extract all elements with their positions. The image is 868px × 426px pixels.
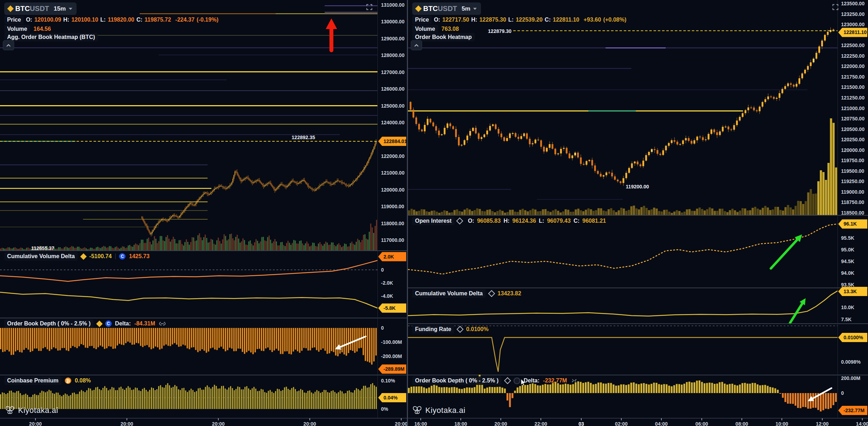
svg-text:0: 0 — [381, 325, 384, 331]
collapse-button[interactable] — [3, 40, 14, 50]
annotation-arrow — [771, 240, 797, 268]
cvd-value: 13423.82 — [498, 290, 521, 297]
svg-text:121000.00: 121000.00 — [841, 106, 864, 111]
collapse-button[interactable] — [411, 40, 422, 50]
svg-text:122000.00: 122000.00 — [381, 153, 404, 159]
open-label: O: — [468, 218, 474, 224]
exchange-coin-icon — [514, 377, 520, 384]
svg-text:7.5K: 7.5K — [841, 317, 852, 322]
oi-close-value: 96081.21 — [582, 218, 606, 224]
cvd-coinbase-value: 1425.73 — [129, 253, 150, 260]
svg-text:95.0K: 95.0K — [841, 247, 854, 252]
bitcoin-icon: ₿ — [65, 377, 71, 384]
symbol-base: BTC — [423, 5, 438, 12]
svg-text:119250.00: 119250.00 — [841, 178, 864, 184]
binance-icon — [457, 326, 464, 333]
heatmap-legend-title: Agg. Order Book Heatmap (BTC) — [4, 33, 98, 41]
right-chart-canvas[interactable]: 123500.00123250.00123000.00122500.001222… — [408, 0, 868, 426]
delta-label: Delta: — [115, 320, 131, 327]
fullscreen-icon — [366, 4, 373, 11]
chevron-down-icon — [68, 7, 73, 10]
symbol-selector[interactable]: BTCUSDT 15m — [4, 2, 77, 15]
volume-legend-title: Volume — [4, 25, 30, 33]
broken-link-icon[interactable] — [571, 378, 578, 384]
svg-text:22:00: 22:00 — [534, 421, 547, 426]
fullscreen-button[interactable] — [831, 3, 840, 11]
svg-text:12:00: 12:00 — [816, 421, 829, 426]
svg-text:123250.00: 123250.00 — [841, 11, 864, 17]
cvd-header: Cumulative Volume Delta 13423.82 — [412, 289, 521, 298]
right-chart-panel: 123500.00123250.00123000.00122500.001222… — [408, 0, 868, 426]
chevron-up-icon — [414, 44, 419, 47]
svg-text:128000.00: 128000.00 — [381, 52, 404, 58]
svg-text:122500.00: 122500.00 — [841, 42, 864, 48]
svg-text:130000.00: 130000.00 — [381, 19, 404, 24]
close-label: C: — [136, 17, 142, 23]
link-icon[interactable] — [159, 321, 166, 326]
binance-icon — [504, 377, 511, 384]
symbol-selector[interactable]: BTCUSDT 5m — [412, 2, 481, 15]
svg-text:119500.00: 119500.00 — [841, 168, 864, 174]
chevron-down-icon — [473, 7, 477, 10]
close-label: C: — [545, 17, 551, 23]
inplot-price-label: 122879.30 — [488, 28, 511, 34]
svg-text:121750.00: 121750.00 — [841, 74, 864, 80]
left-chart-canvas[interactable]: 131000.00130000.00129000.00128000.001270… — [0, 0, 407, 426]
premium-title: Coinbase Premium — [4, 376, 61, 385]
svg-text:123000.00: 123000.00 — [841, 22, 864, 27]
cvd-pane: 0-2.0K-4.0K2.0K-5.8K — [0, 252, 407, 318]
kiyotaka-logo: Kiyotaka.ai — [412, 406, 465, 415]
oi-open-value: 96085.83 — [477, 218, 501, 224]
premium-header: Coinbase Premium ₿ 0.08% — [4, 376, 91, 385]
inplot-price-label: 122892.35 — [292, 135, 315, 140]
funding-header: Funding Rate 0.0100% — [412, 325, 488, 334]
svg-text:14:00: 14:00 — [856, 421, 868, 426]
logo-text: Kiyotaka.ai — [425, 406, 465, 415]
left-chart-panel: 131000.00130000.00129000.00128000.001270… — [0, 0, 407, 426]
oi-pane: 95.5K95.0K94.5K94.0K93.5K96.1K — [408, 219, 868, 288]
coinbase-icon: C — [105, 320, 112, 327]
low-label: L: — [539, 218, 544, 224]
svg-text:20:00: 20:00 — [494, 421, 507, 426]
svg-text:118000.00: 118000.00 — [381, 221, 404, 226]
separator — [115, 254, 116, 259]
inplot-price-label: 112655.37 — [31, 245, 55, 251]
svg-text:-289.89M: -289.89M — [383, 366, 404, 372]
svg-text:121250.00: 121250.00 — [841, 95, 864, 101]
oi-header: Open Interest O:96085.83 H:96124.36 L:96… — [412, 217, 606, 225]
svg-text:18:00: 18:00 — [454, 421, 467, 426]
svg-text:20:00: 20:00 — [121, 421, 133, 426]
fullscreen-button[interactable] — [365, 3, 374, 11]
time-axis[interactable]: 16:0018:0020:0022:000302:0004:0006:0008:… — [408, 418, 868, 426]
chart-divider[interactable] — [407, 0, 408, 426]
kiyotaka-logo: Kiyotaka.ai — [5, 406, 58, 415]
svg-text:118500.00: 118500.00 — [841, 210, 864, 216]
svg-text:0%: 0% — [381, 406, 388, 412]
svg-text:95.5K: 95.5K — [841, 235, 854, 241]
time-axis[interactable]: 20:0020:0020:0020:0020:00 — [0, 418, 407, 426]
cvd-binance-value: -5100.74 — [89, 253, 112, 260]
svg-text:20:00: 20:00 — [29, 421, 42, 426]
svg-text:0.0098%: 0.0098% — [841, 359, 861, 365]
change-pct-value: (-0.19%) — [197, 17, 218, 23]
low-value: 122539.20 — [516, 17, 543, 23]
volume-legend: Volume 164.56 — [4, 25, 51, 33]
change-value: -224.37 — [175, 17, 195, 23]
volume-value: 164.56 — [34, 26, 51, 32]
delta-label: Delta: — [524, 377, 539, 384]
fullscreen-icon — [832, 4, 839, 11]
svg-text:10:00: 10:00 — [775, 421, 788, 426]
svg-text:13.3K: 13.3K — [844, 289, 857, 294]
volume-legend-title: Volume — [412, 25, 438, 33]
svg-text:20:00: 20:00 — [212, 421, 225, 426]
annotation-arrow — [790, 303, 802, 323]
change-pct-value: (+0.08%) — [603, 17, 626, 23]
svg-text:20:00: 20:00 — [395, 421, 407, 426]
svg-text:200.00M: 200.00M — [841, 375, 860, 381]
svg-text:120000.00: 120000.00 — [381, 187, 404, 193]
price-pane: 123500.00123250.00123000.00122500.001222… — [408, 1, 868, 216]
symbol-quote: USDT — [438, 5, 457, 12]
svg-text:02:00: 02:00 — [615, 421, 628, 426]
obd-header: Order Book Depth ( 0% - 2.5% ) Delta: -2… — [412, 376, 578, 385]
cvd-title: Cumulative Volume Delta — [4, 252, 78, 261]
